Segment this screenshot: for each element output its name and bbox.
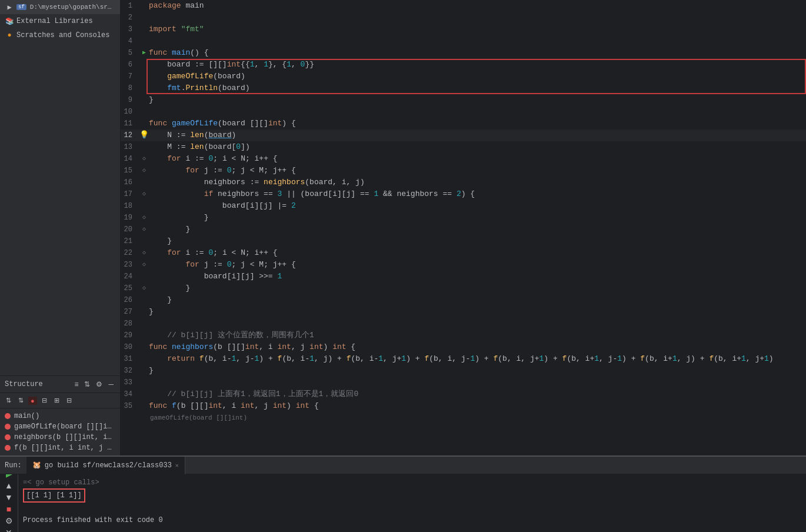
run-play-button[interactable]: ▶ bbox=[2, 474, 15, 478]
run-close-btn[interactable]: ✕ bbox=[2, 528, 15, 532]
run-tab-icon: 🐹 bbox=[32, 461, 41, 470]
folder-view-button[interactable]: ⊟ bbox=[39, 395, 49, 405]
code-line-3: 3 import "fmt" bbox=[121, 24, 806, 35]
gutter-22: ◇ bbox=[139, 247, 149, 259]
line-num-6: 6 bbox=[121, 59, 139, 71]
line-num-24: 24 bbox=[121, 271, 139, 282]
code-line-12: 12 💡 N := len(board) bbox=[121, 129, 806, 141]
line-num-3: 3 bbox=[121, 24, 139, 35]
gutter-12: 💡 bbox=[139, 129, 149, 141]
line-content-25: } bbox=[149, 282, 806, 294]
line-content-27: } bbox=[149, 306, 806, 318]
code-line-31: 31 return f(b, i-1, j-1) + f(b, i-1, j) … bbox=[121, 353, 806, 365]
line-content-16: neighbors := neighbors(board, i, j) bbox=[149, 177, 806, 188]
line-num-29: 29 bbox=[121, 330, 139, 341]
line-content-6: board := [][]int{{1, 1}, {1, 0}} bbox=[149, 59, 806, 71]
code-line-27: 27 } bbox=[121, 306, 806, 318]
gutter-5: ▶ bbox=[139, 47, 149, 59]
code-line-22: 22 ◇ for i := 0; i < N; i++ { bbox=[121, 247, 806, 259]
code-line-17: 17 ◇ if neighbors == 3 || (board[i][j] =… bbox=[121, 188, 806, 200]
code-container: 1 package main 2 3 import "fmt" bbox=[121, 0, 806, 424]
run-output-line-2: [[1 1] [1 1]] bbox=[23, 488, 801, 503]
struct-item-main[interactable]: main() bbox=[0, 411, 120, 421]
gutter-14: ◇ bbox=[139, 153, 149, 165]
highlight-block: 6 board := [][]int{{1, 1}, {1, 0}} 7 gam… bbox=[121, 59, 806, 94]
line-content-11: func gameOfLife(board [][]int) { bbox=[149, 118, 806, 129]
code-scroll[interactable]: 1 package main 2 3 import "fmt" bbox=[121, 0, 806, 455]
run-tab[interactable]: 🐹 go build sf/newclass2/class033 ✕ bbox=[26, 457, 185, 474]
run-output-line-3 bbox=[23, 503, 801, 514]
struct-item-gameoflife[interactable]: gameOfLife(board [][]int) bbox=[0, 421, 120, 432]
sort-alpha-button[interactable]: ⇅ bbox=[4, 395, 14, 405]
code-line-29: 29 // b[i][j] 这个位置的数，周围有几个1 bbox=[121, 330, 806, 341]
struct-item-neighbors[interactable]: neighbors(b [][]int, i int, j bbox=[0, 432, 120, 443]
run-settings-button[interactable]: ⚙ bbox=[2, 516, 15, 526]
struct-label-gameoflife: gameOfLife(board [][]int) bbox=[14, 423, 115, 431]
sidebar-item-sf-label: D:\mysetup\gopath\src\s bbox=[30, 4, 115, 11]
line-content-21: } bbox=[149, 235, 806, 247]
line-content-26: } bbox=[149, 294, 806, 306]
collapse-button[interactable]: ⊟ bbox=[64, 395, 74, 405]
line-content-12: N := len(board) bbox=[149, 129, 806, 141]
line-num-17: 17 bbox=[121, 188, 139, 200]
code-line-28: 28 bbox=[121, 318, 806, 330]
code-line-19: 19 ◇ } bbox=[121, 212, 806, 224]
code-line-5: 5 ▶ func main() { bbox=[121, 47, 806, 59]
struct-item-f[interactable]: f(b [][]int, i int, j int) int bbox=[0, 443, 120, 453]
struct-label-main: main() bbox=[14, 412, 39, 420]
structure-title: Structure bbox=[5, 380, 43, 388]
run-panel: Run: 🐹 go build sf/newclass2/class033 ✕ … bbox=[0, 455, 806, 532]
code-line-9: 9 } bbox=[121, 94, 806, 106]
minimize-button[interactable]: ─ bbox=[106, 380, 115, 389]
code-line-14: 14 ◇ for i := 0; i < N; i++ { bbox=[121, 153, 806, 165]
expand-button[interactable]: ⇅ bbox=[82, 380, 92, 389]
line-num-20: 20 bbox=[121, 224, 139, 235]
code-line-35: 35 func f(b [][]int, i int, j int) int { bbox=[121, 400, 806, 412]
sidebar-item-scratches-label: Scratches and Consoles bbox=[16, 31, 109, 39]
line-content-13: M := len(board[0]) bbox=[149, 141, 806, 153]
line-content-20: } bbox=[149, 224, 806, 235]
code-line-34: 34 // b[i][j] 上面有1，就返回1，上面不是1，就返回0 bbox=[121, 388, 806, 400]
structure-items: main() gameOfLife(board [][]int) neighbo… bbox=[0, 408, 120, 455]
filter-error-button[interactable]: ● bbox=[28, 397, 37, 405]
settings-button[interactable]: ⚙ bbox=[94, 380, 104, 389]
line-num-2: 2 bbox=[121, 12, 139, 24]
line-num-12: 12 bbox=[121, 129, 139, 141]
sidebar: ▶ sf D:\mysetup\gopath\src\s 📚 External … bbox=[0, 0, 121, 455]
sort-button[interactable]: ≡ bbox=[72, 380, 80, 389]
line-content-7: gameOfLife(board) bbox=[149, 71, 806, 82]
code-line-20: 20 ◇ } bbox=[121, 224, 806, 235]
line-num-25: 25 bbox=[121, 282, 139, 294]
line-content-19: } bbox=[149, 212, 806, 224]
code-area[interactable]: 1 package main 2 3 import "fmt" bbox=[121, 0, 806, 455]
expand-all-button[interactable]: ⊞ bbox=[52, 395, 62, 405]
run-tab-close[interactable]: ✕ bbox=[175, 462, 179, 469]
line-content-3: import "fmt" bbox=[149, 24, 806, 35]
line-content-17: if neighbors == 3 || (board[i][j] == 1 &… bbox=[149, 188, 806, 200]
sidebar-item-sf[interactable]: ▶ sf D:\mysetup\gopath\src\s bbox=[0, 0, 120, 14]
code-line-26: 26 } bbox=[121, 294, 806, 306]
run-down-button[interactable]: ▼ bbox=[2, 493, 15, 502]
sidebar-item-scratches[interactable]: ● Scratches and Consoles bbox=[0, 28, 120, 42]
line-content-22: for i := 0; i < N; i++ { bbox=[149, 247, 806, 259]
line-num-34: 34 bbox=[121, 388, 139, 400]
editor: 1 package main 2 3 import "fmt" bbox=[121, 0, 806, 455]
line-num-28: 28 bbox=[121, 318, 139, 330]
line-num-22: 22 bbox=[121, 247, 139, 259]
line-num-27: 27 bbox=[121, 306, 139, 318]
code-line-30: 30 func neighbors(b [][]int, i int, j in… bbox=[121, 341, 806, 353]
code-line-15: 15 ◇ for j := 0; j < M; j++ { bbox=[121, 165, 806, 177]
run-stop-button[interactable]: ■ bbox=[2, 504, 15, 514]
error-dot-neighbors bbox=[5, 434, 11, 440]
code-line-18: 18 board[i][j] |= 2 bbox=[121, 200, 806, 212]
code-line-7: 7 gameOfLife(board) bbox=[121, 71, 806, 82]
sort-type-button[interactable]: ⇅ bbox=[16, 395, 26, 405]
code-line-16: 16 neighbors := neighbors(board, i, j) bbox=[121, 177, 806, 188]
line-content-23: for j := 0; j < M; j++ { bbox=[149, 259, 806, 271]
line-content-18: board[i][j] |= 2 bbox=[149, 200, 806, 212]
code-line-32: 32 } bbox=[121, 365, 806, 377]
output-result-box: [[1 1] [1 1]] bbox=[23, 488, 85, 503]
run-up-button[interactable]: ▲ bbox=[2, 481, 15, 490]
gutter-17: ◇ bbox=[139, 188, 149, 200]
sidebar-item-external[interactable]: 📚 External Libraries bbox=[0, 14, 120, 28]
